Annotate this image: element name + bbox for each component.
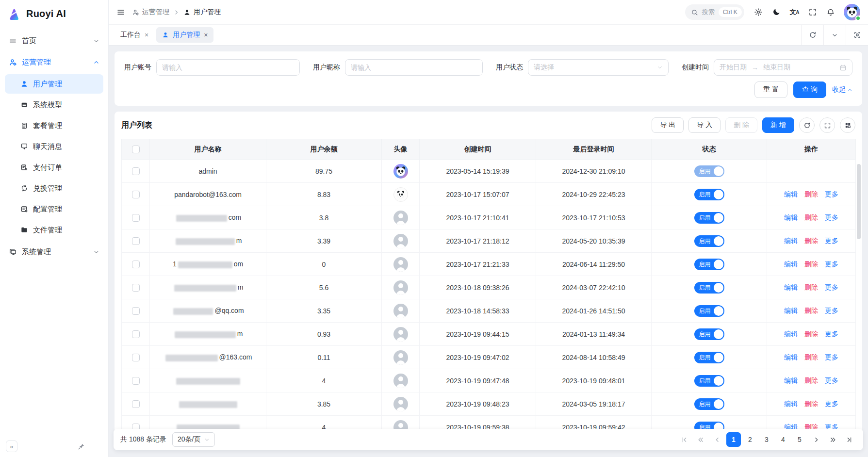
- row-checkbox[interactable]: [132, 191, 140, 198]
- sidebar-item-5[interactable]: 兑换管理: [5, 179, 103, 198]
- sidebar-group-system[interactable]: 系统管理: [5, 241, 103, 262]
- fullscreen-icon[interactable]: [808, 8, 817, 16]
- row-checkbox[interactable]: [132, 284, 140, 292]
- close-icon[interactable]: ×: [145, 32, 148, 38]
- sidebar-group-operations[interactable]: 运营管理: [5, 51, 103, 73]
- delete-link[interactable]: 删除: [804, 376, 818, 384]
- delete-button[interactable]: 删 除: [725, 117, 757, 133]
- table-scrollbar[interactable]: [857, 164, 861, 239]
- tab-user-management[interactable]: 用户管理 ×: [156, 27, 213, 43]
- user-avatar[interactable]: [844, 4, 860, 20]
- page-size-select[interactable]: 20条/页: [172, 432, 215, 447]
- status-toggle[interactable]: 启用: [694, 212, 724, 224]
- page-button-3[interactable]: 3: [759, 432, 774, 447]
- page-button-5[interactable]: 5: [792, 432, 807, 447]
- content-fullscreen-icon[interactable]: [846, 25, 868, 45]
- status-toggle[interactable]: 启用: [694, 165, 724, 177]
- edit-link[interactable]: 编辑: [784, 353, 798, 361]
- more-link[interactable]: 更多: [825, 237, 838, 245]
- breadcrumb-operations[interactable]: 运营管理: [132, 8, 169, 16]
- row-checkbox[interactable]: [132, 330, 140, 338]
- pin-icon[interactable]: [78, 443, 85, 450]
- status-toggle[interactable]: 启用: [694, 282, 724, 294]
- sidebar-item-6[interactable]: 配置管理: [5, 199, 103, 219]
- status-toggle[interactable]: 启用: [694, 328, 724, 340]
- add-button[interactable]: 新 增: [762, 117, 794, 133]
- status-toggle[interactable]: 启用: [694, 305, 724, 317]
- dark-mode-moon-icon[interactable]: [772, 8, 781, 16]
- tab-menu-chevron-icon[interactable]: [823, 25, 846, 45]
- more-link[interactable]: 更多: [825, 283, 838, 291]
- row-checkbox[interactable]: [132, 167, 140, 175]
- status-toggle[interactable]: 启用: [694, 375, 724, 387]
- delete-link[interactable]: 删除: [804, 237, 818, 245]
- row-checkbox[interactable]: [132, 354, 140, 361]
- delete-link[interactable]: 删除: [804, 400, 818, 408]
- status-toggle[interactable]: 启用: [694, 352, 724, 363]
- row-checkbox[interactable]: [132, 400, 140, 408]
- sidebar-item-4[interactable]: 支付订单: [5, 158, 103, 177]
- delete-link[interactable]: 删除: [804, 213, 818, 221]
- nickname-input[interactable]: [345, 59, 483, 76]
- import-button[interactable]: 导 入: [688, 117, 721, 133]
- account-input[interactable]: [156, 59, 300, 76]
- delete-link[interactable]: 删除: [804, 330, 818, 338]
- settings-gear-icon[interactable]: [754, 8, 763, 16]
- sidebar-item-2[interactable]: 套餐管理: [5, 116, 103, 135]
- refresh-table-icon[interactable]: [799, 117, 815, 133]
- edit-link[interactable]: 编辑: [784, 237, 798, 245]
- sidebar-group-home[interactable]: 首页: [5, 30, 103, 51]
- more-link[interactable]: 更多: [825, 307, 838, 314]
- delete-link[interactable]: 删除: [804, 283, 818, 291]
- row-checkbox[interactable]: [132, 237, 140, 245]
- more-link[interactable]: 更多: [825, 260, 838, 268]
- fast-back-button[interactable]: [693, 432, 708, 447]
- status-toggle[interactable]: 启用: [694, 398, 724, 410]
- status-toggle[interactable]: 启用: [694, 235, 724, 247]
- edit-link[interactable]: 编辑: [784, 213, 798, 221]
- sidebar-collapse-button[interactable]: «: [6, 441, 17, 452]
- date-range-picker[interactable]: 开始日期 → 结束日期: [714, 59, 852, 76]
- prev-page-button[interactable]: [710, 432, 724, 447]
- edit-link[interactable]: 编辑: [784, 283, 798, 291]
- export-button[interactable]: 导 出: [652, 117, 684, 133]
- delete-link[interactable]: 删除: [804, 190, 818, 198]
- fast-forward-button[interactable]: [825, 432, 840, 447]
- collapse-filters-link[interactable]: 收起: [832, 85, 852, 94]
- last-page-button[interactable]: [842, 432, 856, 447]
- delete-link[interactable]: 删除: [804, 260, 818, 268]
- delete-link[interactable]: 删除: [804, 307, 818, 314]
- status-toggle[interactable]: 启用: [694, 259, 724, 270]
- row-checkbox[interactable]: [132, 214, 140, 222]
- global-search[interactable]: 搜索 Ctrl K: [685, 4, 744, 20]
- row-checkbox[interactable]: [132, 307, 140, 315]
- page-button-2[interactable]: 2: [743, 432, 757, 447]
- search-button[interactable]: 查 询: [793, 82, 826, 98]
- close-icon[interactable]: ×: [204, 32, 208, 38]
- page-button-4[interactable]: 4: [776, 432, 790, 447]
- more-link[interactable]: 更多: [825, 190, 838, 198]
- next-page-button[interactable]: [809, 432, 823, 447]
- more-link[interactable]: 更多: [825, 376, 838, 384]
- edit-link[interactable]: 编辑: [784, 400, 798, 408]
- sidebar-item-0[interactable]: 用户管理: [5, 74, 103, 94]
- brand[interactable]: Ruoyi AI: [0, 0, 108, 27]
- more-link[interactable]: 更多: [825, 330, 838, 338]
- hamburger-icon[interactable]: [116, 8, 125, 16]
- refresh-tab-icon[interactable]: [801, 25, 823, 45]
- more-link[interactable]: 更多: [825, 213, 838, 221]
- status-toggle[interactable]: 启用: [694, 189, 724, 200]
- breadcrumb-users[interactable]: 用户管理: [183, 8, 221, 16]
- column-settings-icon[interactable]: [840, 117, 855, 133]
- row-checkbox[interactable]: [132, 261, 140, 268]
- table-fullscreen-icon[interactable]: [819, 117, 835, 133]
- delete-link[interactable]: 删除: [804, 353, 818, 361]
- edit-link[interactable]: 编辑: [784, 190, 798, 198]
- first-page-button[interactable]: [677, 432, 691, 447]
- language-icon[interactable]: 文A: [790, 8, 799, 16]
- sidebar-item-1[interactable]: 系统模型: [5, 95, 103, 114]
- edit-link[interactable]: 编辑: [784, 260, 798, 268]
- status-select[interactable]: 请选择: [528, 59, 669, 76]
- edit-link[interactable]: 编辑: [784, 330, 798, 338]
- sidebar-item-3[interactable]: 聊天消息: [5, 137, 103, 156]
